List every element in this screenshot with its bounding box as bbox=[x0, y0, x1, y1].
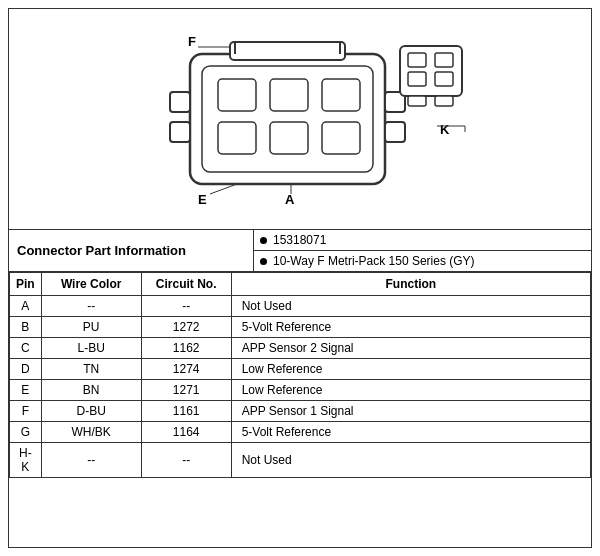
svg-rect-23 bbox=[408, 96, 426, 106]
svg-rect-12 bbox=[230, 42, 345, 60]
part-description: 10-Way F Metri-Pack 150 Series (GY) bbox=[273, 254, 475, 268]
cell-circuit-2: 1162 bbox=[141, 338, 231, 359]
svg-rect-11 bbox=[385, 122, 405, 142]
cell-wire-6: WH/BK bbox=[41, 422, 141, 443]
table-row: GWH/BK11645-Volt Reference bbox=[10, 422, 591, 443]
svg-rect-2 bbox=[218, 79, 256, 111]
connector-table: Pin Wire Color Circuit No. Function A---… bbox=[9, 272, 591, 478]
main-container: F E A K bbox=[8, 8, 592, 548]
table-header-row: Pin Wire Color Circuit No. Function bbox=[10, 273, 591, 296]
cell-function-0: Not Used bbox=[231, 296, 590, 317]
header-function: Function bbox=[231, 273, 590, 296]
svg-rect-20 bbox=[435, 53, 453, 67]
svg-rect-9 bbox=[170, 122, 190, 142]
label-A: A bbox=[285, 192, 295, 207]
info-row-1: 15318071 bbox=[254, 230, 591, 251]
label-F: F bbox=[188, 34, 196, 49]
cell-circuit-7: -- bbox=[141, 443, 231, 478]
cell-pin-7: H-K bbox=[10, 443, 42, 478]
cell-wire-4: BN bbox=[41, 380, 141, 401]
cell-wire-1: PU bbox=[41, 317, 141, 338]
cell-wire-7: -- bbox=[41, 443, 141, 478]
cell-wire-0: -- bbox=[41, 296, 141, 317]
table-row: FD-BU1161APP Sensor 1 Signal bbox=[10, 401, 591, 422]
cell-function-1: 5-Volt Reference bbox=[231, 317, 590, 338]
info-values: 15318071 10-Way F Metri-Pack 150 Series … bbox=[254, 230, 591, 272]
diagram-area: F E A K bbox=[9, 9, 591, 229]
table-row: H-K----Not Used bbox=[10, 443, 591, 478]
svg-rect-22 bbox=[435, 72, 453, 86]
svg-rect-6 bbox=[270, 122, 308, 154]
cell-circuit-5: 1161 bbox=[141, 401, 231, 422]
info-section: Connector Part Information 15318071 10-W… bbox=[9, 230, 591, 272]
cell-function-7: Not Used bbox=[231, 443, 590, 478]
bullet-icon-2 bbox=[260, 258, 267, 265]
cell-circuit-0: -- bbox=[141, 296, 231, 317]
cell-wire-3: TN bbox=[41, 359, 141, 380]
label-E: E bbox=[198, 192, 207, 207]
svg-rect-4 bbox=[322, 79, 360, 111]
table-row: BPU12725-Volt Reference bbox=[10, 317, 591, 338]
svg-rect-8 bbox=[170, 92, 190, 112]
table-row: EBN1271Low Reference bbox=[10, 380, 591, 401]
cell-circuit-3: 1274 bbox=[141, 359, 231, 380]
label-K: K bbox=[440, 122, 450, 137]
connector-diagram: F E A K bbox=[130, 24, 470, 214]
table-row: DTN1274Low Reference bbox=[10, 359, 591, 380]
svg-rect-21 bbox=[408, 72, 426, 86]
cell-pin-3: D bbox=[10, 359, 42, 380]
cell-function-3: Low Reference bbox=[231, 359, 590, 380]
cell-circuit-6: 1164 bbox=[141, 422, 231, 443]
cell-pin-4: E bbox=[10, 380, 42, 401]
cell-wire-2: L-BU bbox=[41, 338, 141, 359]
svg-rect-3 bbox=[270, 79, 308, 111]
cell-pin-6: G bbox=[10, 422, 42, 443]
info-label: Connector Part Information bbox=[9, 230, 254, 272]
cell-function-6: 5-Volt Reference bbox=[231, 422, 590, 443]
cell-pin-5: F bbox=[10, 401, 42, 422]
cell-pin-0: A bbox=[10, 296, 42, 317]
cell-function-2: APP Sensor 2 Signal bbox=[231, 338, 590, 359]
table-area: Connector Part Information 15318071 10-W… bbox=[9, 229, 591, 547]
cell-circuit-4: 1271 bbox=[141, 380, 231, 401]
cell-pin-1: B bbox=[10, 317, 42, 338]
cell-function-5: APP Sensor 1 Signal bbox=[231, 401, 590, 422]
svg-rect-19 bbox=[408, 53, 426, 67]
cell-pin-2: C bbox=[10, 338, 42, 359]
header-pin: Pin bbox=[10, 273, 42, 296]
cell-function-4: Low Reference bbox=[231, 380, 590, 401]
svg-rect-24 bbox=[435, 96, 453, 106]
table-body: A----Not UsedBPU12725-Volt ReferenceCL-B… bbox=[10, 296, 591, 478]
svg-rect-5 bbox=[218, 122, 256, 154]
header-circuit: Circuit No. bbox=[141, 273, 231, 296]
cell-wire-5: D-BU bbox=[41, 401, 141, 422]
cell-circuit-1: 1272 bbox=[141, 317, 231, 338]
bullet-icon-1 bbox=[260, 237, 267, 244]
info-row-2: 10-Way F Metri-Pack 150 Series (GY) bbox=[254, 251, 591, 271]
header-wire: Wire Color bbox=[41, 273, 141, 296]
svg-line-16 bbox=[210, 184, 237, 194]
part-number: 15318071 bbox=[273, 233, 326, 247]
table-row: CL-BU1162APP Sensor 2 Signal bbox=[10, 338, 591, 359]
table-row: A----Not Used bbox=[10, 296, 591, 317]
svg-rect-7 bbox=[322, 122, 360, 154]
